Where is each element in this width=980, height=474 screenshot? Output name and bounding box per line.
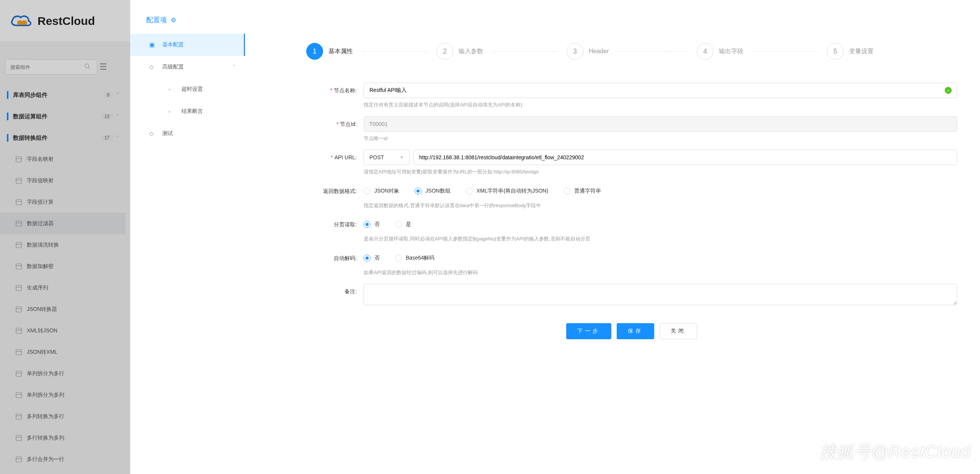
radio-label: 否 bbox=[374, 221, 380, 228]
step[interactable]: 1基本属性 bbox=[306, 43, 436, 60]
next-button[interactable]: 下一步 bbox=[566, 323, 611, 339]
tab-icon: ▫ bbox=[168, 108, 176, 114]
label-api-url: *API URL: bbox=[306, 150, 364, 176]
row-node-name: *节点名称: ✓ 指定任何有意义且能描述本节点的说明(选择API后自动填充为AP… bbox=[306, 83, 957, 109]
radio-label: 普通字符串 bbox=[574, 188, 601, 195]
step[interactable]: 2输入参数 bbox=[436, 43, 567, 60]
row-api-url: *API URL: POST ▼ 请指定API地址可用${变量}获取变量值作为U… bbox=[306, 150, 957, 176]
step-connector bbox=[492, 51, 557, 52]
radio-label: 是 bbox=[406, 221, 411, 228]
tab-label: 结果断言 bbox=[181, 108, 203, 115]
config-tab[interactable]: ▣基本配置 bbox=[130, 34, 245, 56]
config-content: 1基本属性2输入参数3Header4输出字段5变量设置 *节点名称: ✓ 指定任… bbox=[245, 32, 980, 474]
save-button[interactable]: 保存 bbox=[617, 323, 654, 339]
tab-label: 高级配置 bbox=[162, 64, 184, 70]
radio-group-resp-fmt: JSON对象JSON数组XML字符串(将自动转为JSON)普通字符串 bbox=[364, 183, 957, 199]
step-connector bbox=[362, 51, 427, 52]
step[interactable]: 5变量设置 bbox=[827, 43, 957, 60]
chevron-down-icon: ▼ bbox=[400, 155, 404, 160]
config-tab[interactable]: ◇高级配置˄ bbox=[130, 56, 245, 78]
radio-dot-icon bbox=[364, 188, 371, 195]
help-api-url: 请指定API地址可用${变量}获取变量值作为URL的一部分如:http://ip… bbox=[364, 168, 957, 176]
check-ok-icon: ✓ bbox=[945, 87, 952, 94]
help-paging: 是表示分页循环读取,同时必须在API输入参数指定${pageNo}变量作为API… bbox=[364, 235, 957, 243]
footer-buttons: 下一步 保存 关闭 bbox=[306, 314, 957, 351]
input-node-id bbox=[364, 116, 957, 132]
label-node-id: *节点Id: bbox=[306, 116, 364, 142]
tab-icon: ◇ bbox=[149, 64, 157, 70]
step-number: 2 bbox=[436, 43, 453, 60]
config-tabs: ▣基本配置◇高级配置˄▫超时设置▫结果断言◇测试 bbox=[130, 32, 245, 474]
radio-option[interactable]: Base64解码 bbox=[395, 255, 434, 262]
row-decode: 自动解码: 否Base64解码 如果API返回的数据经过编码,则可以选择先进行解… bbox=[306, 250, 957, 276]
step-connector bbox=[618, 51, 688, 52]
step-label: Header bbox=[589, 48, 609, 55]
radio-group-paging: 否是 bbox=[364, 217, 957, 232]
tab-label: 超时设置 bbox=[181, 86, 203, 93]
config-subtab[interactable]: ▫超时设置 bbox=[130, 78, 245, 100]
radio-dot-icon bbox=[395, 221, 402, 228]
row-node-id: *节点Id: 节点唯一id bbox=[306, 116, 957, 142]
row-remark: 备注: bbox=[306, 284, 957, 306]
select-http-method[interactable]: POST ▼ bbox=[364, 150, 410, 165]
tab-icon: ▫ bbox=[168, 86, 176, 92]
step-number: 4 bbox=[697, 43, 714, 60]
step-label: 基本属性 bbox=[328, 47, 353, 56]
step-label: 输入参数 bbox=[459, 47, 483, 56]
radio-dot-icon bbox=[415, 188, 421, 195]
step[interactable]: 3Header bbox=[567, 43, 697, 60]
tab-label: 基本配置 bbox=[162, 41, 184, 48]
radio-option[interactable]: JSON数组 bbox=[415, 188, 450, 195]
radio-group-decode: 否Base64解码 bbox=[364, 250, 957, 266]
config-tab[interactable]: ◇测试 bbox=[130, 123, 245, 145]
input-api-url[interactable] bbox=[413, 150, 957, 165]
help-resp-fmt: 指定返回数据的格式,普通字符串默认设置在data中第一行的responseBod… bbox=[364, 202, 957, 209]
config-panel-header: 配置项 ⚙ bbox=[130, 0, 980, 32]
close-button[interactable]: 关闭 bbox=[660, 323, 697, 339]
tab-label: 测试 bbox=[162, 130, 173, 137]
radio-label: JSON数组 bbox=[425, 188, 450, 195]
step-label: 输出字段 bbox=[719, 47, 743, 56]
label-paging: 分页读取: bbox=[306, 217, 364, 243]
step-label: 变量设置 bbox=[849, 47, 874, 56]
gear-icon[interactable]: ⚙ bbox=[171, 16, 176, 24]
tab-icon: ◇ bbox=[149, 130, 157, 137]
help-node-name: 指定任何有意义且能描述本节点的说明(选择API后自动填充为API的名称) bbox=[364, 101, 957, 109]
help-decode: 如果API返回的数据经过编码,则可以选择先进行解码 bbox=[364, 269, 957, 276]
radio-label: 否 bbox=[374, 255, 380, 262]
radio-option[interactable]: 是 bbox=[395, 221, 411, 228]
chevron-up-icon: ˄ bbox=[233, 64, 235, 70]
help-node-id: 节点唯一id bbox=[364, 135, 957, 142]
step-number: 1 bbox=[306, 43, 323, 60]
input-node-name[interactable] bbox=[364, 83, 957, 98]
radio-option[interactable]: JSON对象 bbox=[364, 188, 399, 195]
radio-label: Base64解码 bbox=[406, 255, 434, 262]
radio-dot-icon bbox=[466, 188, 473, 195]
radio-label: XML字符串(将自动转为JSON) bbox=[477, 188, 548, 195]
config-panel-title: 配置项 ⚙ bbox=[146, 15, 980, 25]
radio-dot-icon bbox=[364, 255, 371, 262]
step-connector bbox=[753, 51, 818, 52]
radio-dot-icon bbox=[564, 188, 570, 195]
radio-option[interactable]: XML字符串(将自动转为JSON) bbox=[466, 188, 548, 195]
steps: 1基本属性2输入参数3Header4输出字段5变量设置 bbox=[306, 43, 957, 60]
radio-option[interactable]: 否 bbox=[364, 255, 380, 262]
config-subtab[interactable]: ▫结果断言 bbox=[130, 100, 245, 123]
row-resp-fmt: 返回数据格式: JSON对象JSON数组XML字符串(将自动转为JSON)普通字… bbox=[306, 183, 957, 209]
radio-option[interactable]: 否 bbox=[364, 221, 380, 228]
step[interactable]: 4输出字段 bbox=[697, 43, 827, 60]
radio-option[interactable]: 普通字符串 bbox=[564, 188, 601, 195]
radio-dot-icon bbox=[364, 221, 371, 228]
label-node-name: *节点名称: bbox=[306, 83, 364, 109]
textarea-remark[interactable] bbox=[364, 284, 957, 305]
step-number: 3 bbox=[567, 43, 583, 60]
radio-dot-icon bbox=[395, 255, 402, 262]
config-title-text: 配置项 bbox=[146, 15, 167, 25]
label-decode: 自动解码: bbox=[306, 250, 364, 276]
radio-label: JSON对象 bbox=[374, 188, 399, 195]
config-panel: 配置项 ⚙ ▣基本配置◇高级配置˄▫超时设置▫结果断言◇测试 1基本属性2输入参… bbox=[130, 0, 980, 474]
step-number: 5 bbox=[827, 43, 844, 60]
label-remark: 备注: bbox=[306, 284, 364, 306]
http-method-value: POST bbox=[369, 154, 384, 160]
tab-icon: ▣ bbox=[149, 41, 157, 48]
